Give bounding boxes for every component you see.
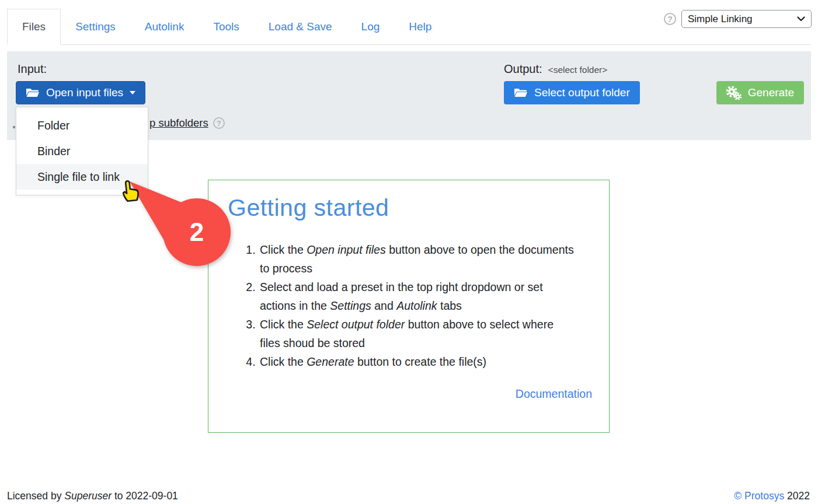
step-item: Select and load a preset in the top righ…: [259, 278, 574, 316]
preset-selected-value: Simple Linking: [688, 13, 753, 25]
getting-started-panel: Getting started Click the Open input fil…: [208, 180, 610, 433]
help-icon[interactable]: ?: [664, 13, 676, 25]
getting-started-steps: Click the Open input files button above …: [243, 241, 574, 372]
tab-autolink[interactable]: Autolink: [130, 9, 199, 44]
tab-files[interactable]: Files: [7, 9, 61, 45]
input-label: Input:: [18, 62, 47, 76]
generate-button[interactable]: Generate: [716, 81, 804, 104]
app-window: Files Settings Autolink Tools Load & Sav…: [0, 0, 818, 504]
callout-step-number: 2: [162, 216, 232, 249]
tab-tools[interactable]: Tools: [199, 9, 253, 44]
protosys-link[interactable]: © Protosys: [734, 490, 784, 502]
open-folder-icon: [514, 88, 528, 98]
license-text: Licensed by Superuser to 2022-09-01: [7, 490, 178, 502]
output-label-group: Output: <select folder>: [504, 62, 607, 76]
select-output-folder-button[interactable]: Select output folder: [504, 81, 640, 104]
step-item: Click the Open input files button above …: [259, 241, 574, 278]
select-output-folder-label: Select output folder: [534, 86, 630, 99]
open-input-files-button[interactable]: Open input files: [16, 81, 145, 104]
copyright: © Protosys 2022: [734, 490, 810, 502]
chevron-down-icon: [797, 16, 805, 22]
open-input-dropdown-menu: Folder Binder Single file to link: [16, 107, 148, 195]
generate-label: Generate: [748, 86, 794, 99]
dropdown-item-single-file[interactable]: Single file to link: [16, 164, 148, 190]
dropdown-item-folder[interactable]: Folder: [16, 113, 148, 138]
tab-log[interactable]: Log: [347, 9, 395, 44]
copyright-year: 2022: [787, 490, 810, 502]
tab-load-save[interactable]: Load & Save: [254, 9, 347, 44]
subfolders-link[interactable]: p subfolders: [149, 117, 208, 130]
subfolders-option: p subfolders ?: [149, 117, 225, 130]
tab-help[interactable]: Help: [394, 9, 446, 44]
open-input-files-label: Open input files: [46, 86, 123, 99]
tab-settings[interactable]: Settings: [61, 9, 130, 44]
hidden-checkbox-sliver: [13, 126, 15, 128]
preset-area: ? Simple Linking: [664, 10, 812, 28]
output-folder-value: <select folder>: [548, 65, 608, 75]
step-item: Click the Select output folder button ab…: [259, 316, 574, 353]
caret-down-icon: [130, 91, 135, 94]
subfolders-help-icon[interactable]: ?: [213, 117, 225, 129]
preset-select[interactable]: Simple Linking: [681, 10, 812, 28]
output-label: Output:: [504, 62, 542, 76]
step-item: Click the Generate button to create the …: [259, 353, 574, 372]
gears-icon: [726, 86, 742, 100]
getting-started-title: Getting started: [228, 194, 389, 222]
dropdown-item-binder[interactable]: Binder: [16, 138, 148, 164]
open-folder-icon: [26, 88, 40, 98]
documentation-link[interactable]: Documentation: [516, 387, 592, 401]
